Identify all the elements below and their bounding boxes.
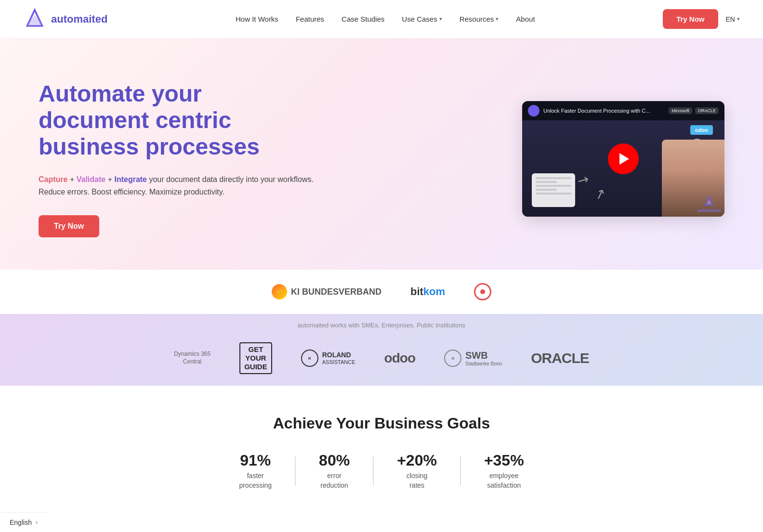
- stats-title: Achieve Your Business Goals: [23, 415, 740, 432]
- header: automaited How It Works Features Case St…: [0, 0, 763, 39]
- roland-icon: R: [301, 350, 318, 367]
- stat-closing-rates: +20% closingrates: [374, 452, 460, 490]
- video-automaited-brand: automaited: [697, 195, 721, 213]
- circle-logo: [474, 283, 491, 300]
- nav-use-cases[interactable]: Use Cases ▾: [402, 15, 442, 23]
- video-brand-logo: [528, 105, 539, 117]
- doc-line-5: [536, 193, 571, 195]
- odoo-text: odoo: [384, 350, 415, 366]
- bitkom-text: bitkom: [410, 285, 445, 298]
- roland-text-block: ROLAND ASSISTANCE: [322, 351, 355, 365]
- works-with-banner: automaited works with SMEs, Enterprises,…: [0, 314, 763, 386]
- video-brand-icons: Microsoft ORACLE: [669, 107, 719, 114]
- works-with-text: automaited works with SMEs, Enterprises,…: [298, 322, 465, 329]
- swb-partner: ⊙ SWB Stadtwerke Bonn: [444, 350, 502, 367]
- brand-pill-oracle: ORACLE: [695, 107, 719, 114]
- roland-name: ROLAND: [322, 351, 355, 359]
- stat-number-1: 80%: [319, 452, 350, 469]
- doc-line-3: [536, 185, 571, 187]
- hero-content: Automate your document centric business …: [39, 80, 318, 238]
- doc-line-2: [536, 181, 557, 183]
- hero-cta-button[interactable]: Try Now: [39, 215, 99, 237]
- footer-lang-text: English: [10, 519, 32, 519]
- hero-validate-word: Validate: [77, 175, 105, 183]
- main-nav: How It Works Features Case Studies Use C…: [236, 15, 535, 23]
- nav-case-studies[interactable]: Case Studies: [342, 15, 384, 23]
- arrow-decoration: ↗: [574, 170, 592, 189]
- video-title-bar: Unlock Faster Document Processing with C…: [522, 101, 724, 120]
- odoo-partner: odoo: [384, 350, 415, 366]
- swb-subtitle: Stadtwerke Bonn: [465, 361, 502, 366]
- stat-number-3: +35%: [484, 452, 524, 469]
- use-cases-chevron-icon: ▾: [439, 16, 442, 22]
- video-thumbnail: Unlock Faster Document Processing with C…: [522, 101, 724, 217]
- doc-line-4: [536, 189, 557, 191]
- stat-number-0: 91%: [239, 452, 272, 469]
- roland-partner: R ROLAND ASSISTANCE: [301, 350, 355, 367]
- doc-line-1: [536, 177, 571, 179]
- brand-logo-icon: [23, 8, 46, 31]
- stat-faster-processing: 91% fasterprocessing: [216, 452, 295, 490]
- roland-subtitle: ASSISTANCE: [322, 359, 355, 365]
- stat-label-1: errorreduction: [319, 471, 350, 490]
- nav-right: Try Now EN ▾: [663, 9, 740, 29]
- nav-how-it-works[interactable]: How It Works: [236, 15, 278, 23]
- corner-brand-text: automaited: [697, 208, 721, 213]
- partner-logos-row: Dynamics 365Central GETYOURGUIDE R ROLAN…: [23, 338, 740, 378]
- resources-chevron-icon: ▾: [496, 16, 499, 22]
- oracle-partner: ORACLE: [531, 350, 589, 366]
- header-try-now-button[interactable]: Try Now: [663, 9, 718, 29]
- stat-label-3: employeesatisfaction: [484, 471, 524, 490]
- video-title-text: Unlock Faster Document Processing with C…: [543, 108, 665, 114]
- stat-number-2: +20%: [397, 452, 437, 469]
- brand-odoo: odoo: [690, 125, 713, 135]
- brand-pill-microsoft: Microsoft: [669, 107, 692, 114]
- doc-lines: [532, 173, 575, 200]
- stat-error-reduction: 80% errorreduction: [296, 452, 373, 490]
- hero-video[interactable]: Unlock Faster Document Processing with C…: [522, 101, 724, 217]
- hero-title: Automate your document centric business …: [39, 80, 318, 160]
- swb-name: SWB: [465, 350, 502, 361]
- dynamics-text: Dynamics 365Central: [174, 350, 210, 365]
- arrow-decoration-2: ↗: [592, 185, 608, 204]
- stats-row: 91% fasterprocessing 80% errorreduction …: [23, 452, 740, 490]
- swb-icon: ⊙: [444, 350, 461, 367]
- bitkom-logo: bitkom: [410, 285, 445, 298]
- stat-label-0: fasterprocessing: [239, 471, 272, 490]
- footer-language-selector[interactable]: English ›: [0, 512, 47, 519]
- stat-employee-satisfaction: +35% employeesatisfaction: [461, 452, 547, 490]
- hero-subtitle: Capture + Validate + Integrate your docu…: [39, 173, 318, 198]
- logo[interactable]: automaited: [23, 8, 107, 31]
- nav-features[interactable]: Features: [296, 15, 324, 23]
- getyourguide-partner: GETYOURGUIDE: [239, 342, 272, 374]
- hero-integrate-word: Integrate: [114, 175, 147, 183]
- video-document: [532, 173, 575, 207]
- stat-label-2: closingrates: [397, 471, 437, 490]
- oracle-text: ORACLE: [531, 350, 589, 366]
- getyourguide-text: GETYOURGUIDE: [239, 342, 272, 374]
- partners-bar: 🤝 KI BUNDESVERBAND bitkom: [0, 270, 763, 314]
- stats-section: Achieve Your Business Goals 91% fasterpr…: [0, 386, 763, 519]
- lang-chevron-icon: ▾: [737, 16, 740, 22]
- brand-name: automaited: [51, 13, 107, 26]
- circle-inner: [480, 289, 485, 294]
- nav-resources[interactable]: Resources ▾: [460, 15, 499, 23]
- ki-icon: 🤝: [272, 284, 287, 299]
- hero-section: Automate your document centric business …: [0, 39, 763, 270]
- swb-text-block: SWB Stadtwerke Bonn: [465, 350, 502, 366]
- language-selector[interactable]: EN ▾: [726, 15, 740, 23]
- video-play-button[interactable]: [608, 143, 639, 174]
- corner-brand-icon: [703, 195, 715, 207]
- ki-bundesverband-logo: 🤝 KI BUNDESVERBAND: [272, 284, 382, 299]
- nav-about[interactable]: About: [516, 15, 535, 23]
- play-triangle-icon: [619, 153, 629, 165]
- hero-capture-word: Capture: [39, 175, 67, 183]
- dynamics-partner: Dynamics 365Central: [174, 350, 210, 365]
